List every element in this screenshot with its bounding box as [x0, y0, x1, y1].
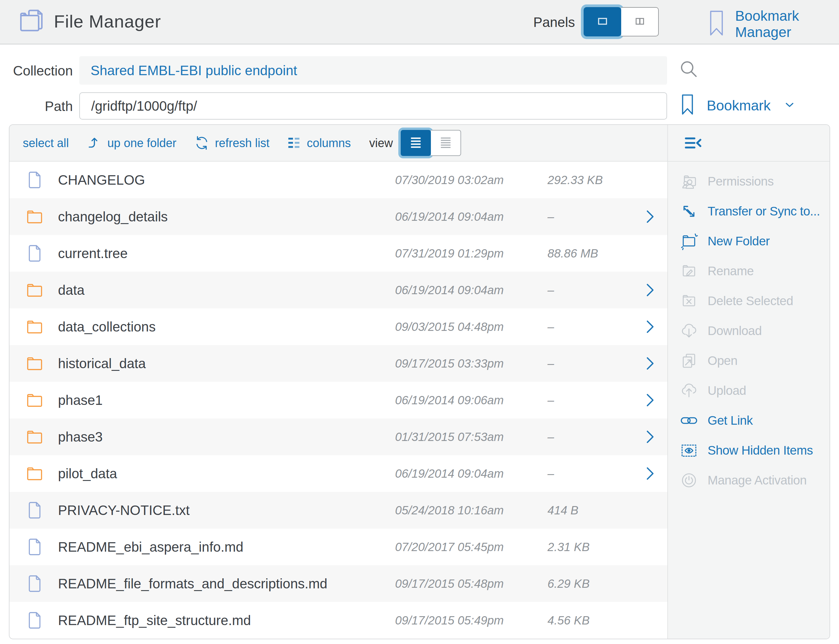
open-folder-chevron[interactable]: [641, 318, 660, 336]
transfer-icon: [680, 202, 698, 220]
open-folder-chevron[interactable]: [641, 208, 660, 225]
action-rename: Rename: [668, 256, 829, 286]
file-icon: [25, 501, 44, 520]
up-one-folder-button[interactable]: up one folder: [86, 135, 177, 151]
columns-button[interactable]: columns: [286, 135, 351, 151]
collection-input[interactable]: [79, 56, 667, 85]
delete-icon: [680, 292, 698, 310]
columns-label: columns: [307, 136, 351, 150]
action-manage-activation: Manage Activation: [668, 465, 829, 495]
chevron-placeholder: [641, 171, 660, 189]
manage-activation-icon: [680, 471, 698, 490]
refresh-list-button[interactable]: refresh list: [194, 135, 269, 151]
file-row[interactable]: PRIVACY-NOTICE.txt05/24/2018 10:16am414 …: [10, 492, 667, 529]
compact-view-icon: [437, 134, 454, 152]
action-show-hidden[interactable]: Show Hidden Items: [668, 435, 829, 465]
open-folder-chevron[interactable]: [641, 355, 660, 372]
action-transfer[interactable]: Transfer or Sync to...: [668, 196, 829, 226]
file-size: –: [534, 320, 641, 334]
chevron-down-icon: [783, 98, 796, 112]
open-folder-chevron[interactable]: [641, 428, 660, 446]
collection-label: Collection: [8, 63, 73, 79]
file-name: historical_data: [58, 355, 395, 371]
file-date: 07/20/2017 05:45pm: [395, 540, 534, 554]
action-new-folder[interactable]: New Folder: [668, 226, 829, 256]
single-panel-button[interactable]: [584, 7, 621, 36]
file-size: 6.29 KB: [534, 577, 641, 590]
file-row[interactable]: README_ftp_site_structure.md09/17/2015 0…: [10, 602, 667, 639]
up-one-folder-icon: [86, 135, 103, 151]
file-row[interactable]: pilot_data06/19/2014 09:04am–: [10, 455, 667, 492]
file-size: –: [534, 210, 641, 223]
dual-panel-icon: [631, 13, 649, 31]
action-open: Open: [668, 346, 829, 376]
folder-icon: [25, 464, 44, 483]
download-icon: [680, 322, 698, 340]
file-row[interactable]: historical_data09/17/2015 03:33pm–: [10, 345, 667, 382]
path-label: Path: [8, 98, 73, 114]
app-header: File Manager Panels: [0, 0, 839, 44]
file-row[interactable]: README_file_formats_and_descriptions.md0…: [10, 565, 667, 602]
bookmark-dropdown[interactable]: Bookmark: [681, 94, 796, 117]
permissions-icon: [680, 172, 698, 191]
file-name: README_file_formats_and_descriptions.md: [58, 576, 395, 591]
show-hidden-icon: [680, 441, 698, 460]
file-row[interactable]: changelog_details06/19/2014 09:04am–: [10, 198, 667, 235]
bookmark-manager-label: Bookmark Manager: [735, 8, 839, 40]
file-size: –: [534, 357, 641, 370]
action-label: Show Hidden Items: [708, 444, 813, 458]
page-title: File Manager: [54, 11, 161, 32]
dual-panel-button[interactable]: [621, 7, 659, 36]
file-date: 07/30/2019 03:02am: [395, 173, 534, 187]
file-date: 09/03/2015 04:48pm: [395, 320, 534, 334]
file-date: 07/31/2019 01:29pm: [395, 247, 534, 260]
file-size: 292.33 KB: [534, 173, 641, 187]
collapse-panel-icon[interactable]: [682, 132, 704, 154]
file-row[interactable]: CHANGELOG07/30/2019 03:02am292.33 KB: [10, 162, 667, 198]
file-name: phase1: [58, 392, 395, 408]
action-get-link[interactable]: Get Link: [668, 406, 829, 435]
action-label: Manage Activation: [708, 473, 807, 488]
action-label: Download: [708, 324, 762, 338]
main-container: select all up one folder: [9, 124, 830, 639]
open-folder-chevron[interactable]: [641, 465, 660, 482]
file-date: 06/19/2014 09:06am: [395, 394, 534, 407]
file-row[interactable]: phase301/31/2015 07:53am–: [10, 419, 667, 455]
bookmark-manager-button[interactable]: Bookmark Manager: [708, 8, 839, 40]
bookmark-ribbon-icon: [708, 10, 725, 38]
open-folder-chevron[interactable]: [641, 281, 660, 299]
action-label: Transfer or Sync to...: [708, 204, 820, 219]
file-name: phase3: [58, 429, 395, 445]
file-row[interactable]: data06/19/2014 09:04am–: [10, 272, 667, 308]
action-label: Upload: [708, 384, 746, 398]
compact-view-button[interactable]: [431, 130, 461, 156]
file-date: 06/19/2014 09:04am: [395, 210, 534, 223]
file-row[interactable]: data_collections09/03/2015 04:48pm–: [10, 308, 667, 345]
file-size: 88.86 MB: [534, 247, 641, 260]
search-icon[interactable]: [678, 59, 699, 80]
action-permissions: Permissions: [668, 166, 829, 196]
file-row[interactable]: current.tree07/31/2019 01:29pm88.86 MB: [10, 235, 667, 272]
rename-icon: [680, 262, 698, 280]
open-folder-chevron[interactable]: [641, 391, 660, 409]
panels-toggle: [584, 7, 659, 36]
chevron-placeholder: [641, 501, 660, 519]
file-name: CHANGELOG: [58, 172, 395, 188]
file-row[interactable]: README_ebi_aspera_info.md07/20/2017 05:4…: [10, 529, 667, 565]
folder-icon: [25, 427, 44, 447]
file-date: 09/17/2015 05:49pm: [395, 614, 534, 627]
list-view-button[interactable]: [401, 130, 431, 156]
file-row[interactable]: phase106/19/2014 09:06am–: [10, 382, 667, 419]
file-manager-icon: [16, 7, 46, 36]
file-icon: [25, 537, 44, 557]
file-name: README_ftp_site_structure.md: [58, 612, 395, 628]
file-size: –: [534, 394, 641, 407]
list-toolbar: select all up one folder: [10, 125, 667, 162]
file-name: changelog_details: [58, 209, 395, 225]
file-list: CHANGELOG07/30/2019 03:02am292.33 KB cha…: [10, 162, 667, 639]
select-all-button[interactable]: select all: [23, 136, 69, 150]
file-date: 05/24/2018 10:16am: [395, 504, 534, 517]
file-icon: [25, 611, 44, 630]
path-input[interactable]: [79, 92, 667, 120]
file-size: 4.56 KB: [534, 614, 641, 627]
